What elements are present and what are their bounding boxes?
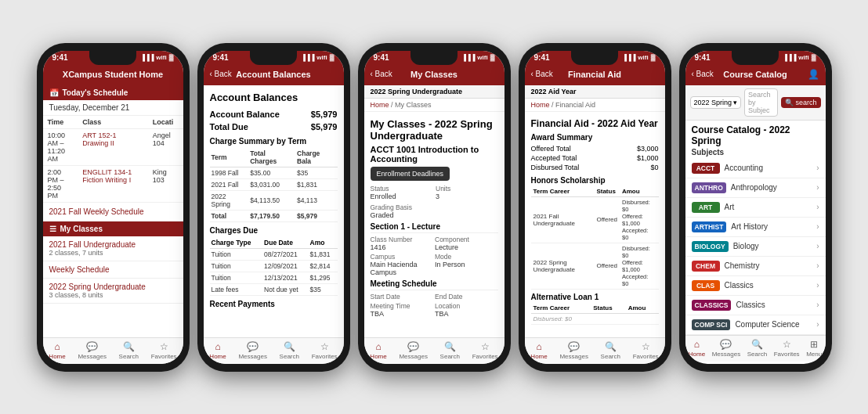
aid-sub-header: 2022 Aid Year [525,85,665,99]
list-item[interactable]: 2021 Fall Undergraduate 2 classes, 7 uni… [43,236,183,261]
favorites-icon: ☆ [320,341,329,352]
course-info-grid: Status Enrolled Units 3 Grading Basis Gr… [371,185,498,219]
tab-search[interactable]: 🔍 Search [601,341,620,360]
account-page-title: Account Balances [210,92,338,103]
back-button[interactable]: ‹ Back [210,70,232,78]
weekly-schedule-link[interactable]: 2021 Fall Weekly Schedule [43,203,183,221]
tab-home[interactable]: ⌂ Home [689,339,705,358]
disbursed-label: Disbursed Total [531,164,580,171]
col-term-career: Term Career [531,186,595,197]
subject-tag-compsci: COMP SCI [692,319,731,330]
home-icon: ⌂ [215,341,220,352]
list-item[interactable]: ART Art › [685,198,826,218]
tab-messages[interactable]: 💬 Messages [238,341,266,360]
tab-home[interactable]: ⌂ Home [49,341,65,360]
tab-label: Favorites [151,353,177,360]
list-item[interactable]: CHEM Chemistry › [685,257,826,276]
subject-name: Biology [733,242,816,250]
tab-search[interactable]: 🔍 Search [280,341,299,360]
class-number-label: Class Number [371,236,434,243]
phone-classes-device: 9:41 ▐▐▐ wifi ▓ ‹ Back My Classes 2022 S… [358,43,511,372]
financial-page-title: Financial Aid - 2022 Aid Year [531,118,659,129]
tab-home[interactable]: ⌂ Home [370,341,386,360]
signal-icon: ▐▐▐ [140,54,154,61]
list-item[interactable]: ARTHIST Art History › [685,218,826,237]
cell-class: ENGLLIT 134-1 Fiction Writing I [78,165,147,202]
list-item[interactable]: ANTHRO Anthropology › [685,178,826,198]
list-item[interactable]: 2022 Spring Undergraduate 3 classes, 8 u… [43,279,183,304]
nav-bar-home: XCampus Student Home [43,63,183,85]
detail-cell: Meeting Time TBA [371,302,434,318]
list-item[interactable]: BIOLOGY Biology › [685,237,826,257]
tab-favorites[interactable]: ☆ Favorites [774,339,800,358]
list-item[interactable]: Weekly Schedule [43,261,183,279]
tab-messages[interactable]: 💬 Messages [712,339,740,358]
list-item[interactable]: CLASSICS Classics › [685,296,826,315]
tab-messages[interactable]: 💬 Messages [559,341,588,360]
table-row[interactable]: Tuition08/27/2021$1,831 [210,248,338,260]
col-amount: Amou [626,303,659,314]
back-button[interactable]: ‹ Back [371,70,392,78]
back-button[interactable]: ‹ Back [531,70,553,78]
table-row[interactable]: 2022 Spring$4,113.50$4,113 [210,190,338,210]
search-button[interactable]: 🔍 search [781,97,821,108]
start-date-label: Start Date [371,293,434,301]
list-item[interactable]: CLAS Classics › [685,276,826,296]
signal-icon: ▐▐▐ [301,54,314,61]
table-row[interactable]: 10:00 AM –11:20 AM ART 152-1 Drawing II … [43,128,183,165]
menu-icon: ⊞ [810,339,818,350]
accepted-label: Accepted Total [531,154,577,162]
class-number-value: 1416 [371,243,434,251]
list-item[interactable]: ACCT Accounting › [685,159,826,178]
breadcrumb-home[interactable]: Home [531,101,550,109]
tab-home[interactable]: ⌂ Home [209,341,226,360]
breadcrumb-home[interactable]: Home [371,101,389,109]
tab-search[interactable]: 🔍 Search [119,341,139,360]
meeting-time-value: TBA [371,310,434,318]
search-input[interactable]: Search by Subjec [744,88,778,117]
table-row[interactable]: 2021 Fall Undergraduate Offered Disburse… [531,196,659,243]
tab-search[interactable]: 🔍 Search [440,341,460,360]
table-row[interactable]: 2:00 PM –2:50 PM ENGLLIT 134-1 Fiction W… [43,165,183,202]
home-icon: ⌂ [375,341,381,352]
tab-favorites[interactable]: ☆ Favorites [472,341,498,360]
alt-loan-table: Term Career Status Amou Disbursed: $0 [531,303,659,325]
table-row[interactable]: Tuition12/09/2021$2,814 [210,260,338,272]
tab-home[interactable]: ⌂ Home [530,341,547,360]
list-item[interactable]: COMP SCI Computer Science › [685,315,826,335]
term-select[interactable]: 2022 Spring ▾ [690,96,742,109]
signal-icon: ▐▐▐ [783,54,796,61]
table-row[interactable]: Late feesNot due yet$35 [210,283,338,295]
date-label: Tuesday, December 21 [43,100,183,116]
back-button[interactable]: ‹ Back [692,70,714,78]
table-row[interactable]: 2022 Spring Undergraduate Offered Disbur… [531,243,659,289]
tab-messages[interactable]: 💬 Messages [78,341,106,360]
tab-messages[interactable]: 💬 Messages [399,341,427,360]
table-row[interactable]: 2021 Fall$3,031.00$1,831 [210,178,338,190]
table-row[interactable]: Tuition12/13/2021$1,295 [210,272,338,283]
meeting-time-label: Meeting Time [371,302,434,310]
tab-label: Favorites [312,353,338,360]
profile-icon[interactable]: 👤 [808,69,819,80]
chevron-right-icon: › [816,222,819,231]
phone-classes-screen: 9:41 ▐▐▐ wifi ▓ ‹ Back My Classes 2022 S… [364,51,505,364]
subject-name: Accounting [725,164,817,172]
tab-favorites[interactable]: ☆ Favorites [312,341,338,360]
meeting-details: Start Date End Date Meeting Time TBA Loc… [371,293,498,318]
tab-favorites[interactable]: ☆ Favorites [151,341,177,360]
status-icons: ▐▐▐ wifi ▓ [622,54,655,61]
tab-favorites[interactable]: ☆ Favorites [633,341,659,360]
home-content: 📅 Today's Schedule Tuesday, December 21 … [43,85,183,337]
info-cell: Grading Basis Graded [371,203,433,219]
tab-menu[interactable]: ⊞ Menu [806,339,822,358]
table-row[interactable]: 1998 Fall$35.00$35 [210,167,338,178]
tab-search[interactable]: 🔍 Search [747,339,767,358]
enrollment-deadlines-button[interactable]: Enrollment Deadlines [371,167,450,181]
cell-time: 2:00 PM –2:50 PM [43,165,78,202]
charge-summary-title: Charge Summary by Term [210,137,338,146]
disbursed-total-row: Disbursed Total $0 [531,163,659,172]
tab-label: Home [49,353,65,360]
table-row[interactable]: Disbursed: $0 [531,313,659,324]
search-icon: 🔍 [123,341,135,352]
cell-loc: Angel 104 [148,128,183,165]
